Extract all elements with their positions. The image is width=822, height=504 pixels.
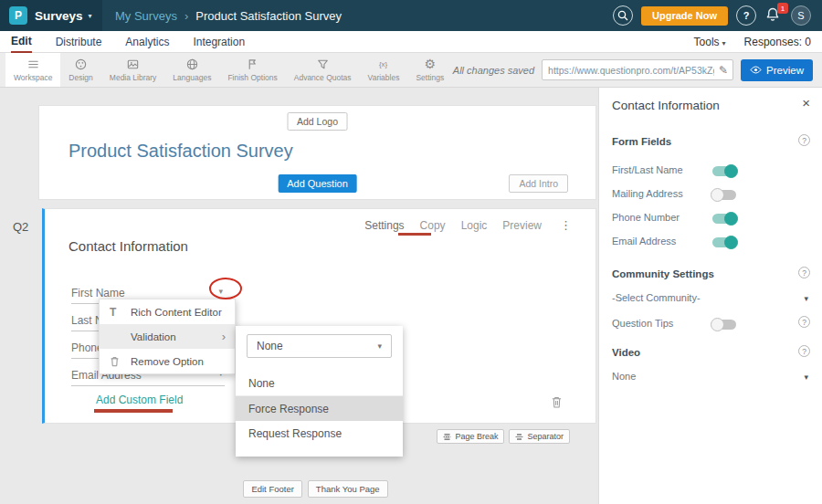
survey-header-card: Add Logo Product Satisfaction Survey Add… (38, 105, 596, 200)
avatar[interactable]: S (791, 5, 811, 26)
toolbar-item-design[interactable]: Design (60, 53, 100, 87)
chevron-down-icon: ▾ (377, 341, 382, 351)
close-icon[interactable]: × (802, 95, 810, 110)
toggle-email-address[interactable] (712, 237, 736, 247)
topbar: P Surveys ▾ My Surveys › Product Satisfa… (0, 0, 822, 31)
question-settings-link[interactable]: Settings (364, 219, 404, 232)
validation-select[interactable]: None ▾ (247, 334, 392, 358)
toggle-label-email-address: Email Address (612, 236, 676, 247)
question-number-label: Q2 (13, 220, 28, 234)
variables-icon: {x} (377, 58, 391, 71)
question-actions: Settings Copy Logic Preview ⋮ (364, 218, 572, 232)
page-break-icon (443, 433, 451, 441)
help-icon: ? (743, 10, 750, 21)
question-copy-link[interactable]: Copy (420, 219, 446, 232)
toolbar-item-languages[interactable]: Languages (164, 53, 219, 87)
tabs-right: Tools▾ Responses: 0 (694, 36, 811, 48)
chevron-down-icon: ▾ (89, 12, 92, 20)
topbar-actions: Upgrade Now ? 1 S (613, 5, 822, 26)
toolbar-item-media-library[interactable]: Media Library (101, 53, 165, 87)
add-logo-button[interactable]: Add Logo (287, 112, 348, 131)
kebab-menu-icon[interactable]: ⋮ (560, 218, 572, 232)
toggle-label-first-last-name: First/Last Name (612, 164, 683, 175)
toggle-question-tips[interactable] (712, 320, 736, 330)
help-icon[interactable]: ? (798, 134, 810, 146)
finish-options-icon (246, 58, 259, 71)
notifications-button[interactable]: 1 (764, 6, 783, 25)
survey-url-input[interactable] (543, 65, 714, 76)
survey-canvas: Q2 Add Logo Product Satisfaction Survey … (0, 88, 598, 504)
menu-item-rich-content-editor[interactable]: T Rich Content Editor (100, 299, 235, 324)
question-preview-link[interactable]: Preview (502, 219, 542, 232)
menu-item-remove-option[interactable]: Remove Option (100, 349, 235, 373)
rich-text-icon: T (110, 306, 116, 319)
ribbon-right: All changes saved ✎ Preview (453, 53, 822, 87)
add-intro-button[interactable]: Add Intro (509, 174, 568, 193)
toggle-label-phone-number: Phone Number (612, 212, 680, 223)
footer-row: Edit Footer Thank You Page (16, 480, 615, 498)
toggle-phone-number[interactable] (712, 214, 736, 224)
toggle-mailing-address[interactable] (712, 190, 736, 200)
help-icon[interactable]: ? (798, 345, 810, 357)
toolbar-item-settings[interactable]: ⚙ Settings (407, 53, 452, 87)
notification-badge: 1 (777, 3, 788, 14)
tab-analytics[interactable]: Analytics (125, 31, 169, 53)
languages-icon (185, 58, 199, 71)
thank-you-page-button[interactable]: Thank You Page (308, 480, 388, 498)
workspace-icon (26, 58, 40, 71)
community-select[interactable]: -Select Community- (612, 292, 701, 303)
validation-options: None Force Response Request Response (236, 372, 403, 446)
delete-question-button[interactable] (551, 395, 563, 413)
help-button[interactable]: ? (736, 5, 756, 26)
preview-button[interactable]: Preview (741, 59, 813, 81)
video-label: Video (612, 347, 640, 358)
eye-icon (750, 66, 762, 74)
question-logic-link[interactable]: Logic (461, 219, 488, 232)
pencil-icon[interactable]: ✎ (714, 64, 732, 77)
option-request-response[interactable]: Request Response (236, 421, 403, 446)
breadcrumb-my-surveys[interactable]: My Surveys (115, 9, 177, 23)
tab-edit[interactable]: Edit (11, 31, 32, 53)
toolbar-item-finish-options[interactable]: Finish Options (219, 53, 285, 87)
breadcrumb-separator-icon: › (184, 9, 188, 23)
edit-footer-button[interactable]: Edit Footer (243, 480, 301, 498)
surveys-menu[interactable]: P Surveys ▾ (0, 0, 102, 31)
form-fields-label: Form Fields (612, 136, 671, 147)
option-force-response[interactable]: Force Response (236, 396, 403, 421)
chevron-down-icon[interactable]: ▾ (804, 373, 808, 382)
search-button[interactable] (613, 5, 633, 26)
tab-integration[interactable]: Integration (193, 31, 245, 53)
help-icon[interactable]: ? (798, 316, 810, 328)
add-custom-field-link[interactable]: Add Custom Field (96, 394, 183, 406)
questionpro-survey-editor: P Surveys ▾ My Surveys › Product Satisfa… (0, 0, 822, 504)
upgrade-now-button[interactable]: Upgrade Now (641, 6, 728, 26)
breadcrumb: My Surveys › Product Satisfaction Survey (115, 9, 342, 23)
community-settings-label: Community Settings (612, 268, 714, 279)
advance-quotas-icon (316, 58, 330, 71)
toolbar-item-workspace[interactable]: Workspace (5, 53, 60, 87)
help-icon[interactable]: ? (798, 267, 810, 278)
toggle-label-mailing-address: Mailing Address (612, 188, 683, 199)
add-question-button[interactable]: Add Question (278, 174, 357, 193)
menu-item-validation[interactable]: Validation › (100, 324, 235, 349)
chevron-down-icon[interactable]: ▾ (804, 294, 808, 303)
question-title: Contact Information (68, 238, 188, 254)
page-break-button[interactable]: Page Break (437, 429, 504, 444)
chevron-down-icon: ▾ (722, 39, 726, 47)
video-select[interactable]: None (612, 371, 636, 382)
toolbar-item-variables[interactable]: {x} Variables (360, 53, 408, 87)
survey-title: Product Satisfaction Survey (68, 141, 293, 162)
toolbar-item-advance-quotas[interactable]: Advance Quotas (286, 53, 360, 87)
responses-link[interactable]: Responses: 0 (744, 36, 811, 48)
question-settings-sidebar: Contact Information × Form Fields ? Firs… (598, 88, 822, 504)
field-context-menu: T Rich Content Editor Validation › Remov… (99, 299, 236, 374)
tools-menu[interactable]: Tools▾ (694, 36, 726, 48)
submenu-arrow-icon: › (222, 330, 226, 343)
separator-button[interactable]: Separator (509, 429, 570, 444)
validation-panel: None ▾ None Force Response Request Respo… (236, 326, 403, 457)
tab-distribute[interactable]: Distribute (56, 31, 102, 53)
option-none[interactable]: None (236, 372, 403, 396)
main-tabs: Edit Distribute Analytics Integration To… (0, 31, 822, 53)
toggle-first-last-name[interactable] (712, 166, 736, 176)
chevron-down-icon[interactable]: ▾ (218, 287, 223, 296)
